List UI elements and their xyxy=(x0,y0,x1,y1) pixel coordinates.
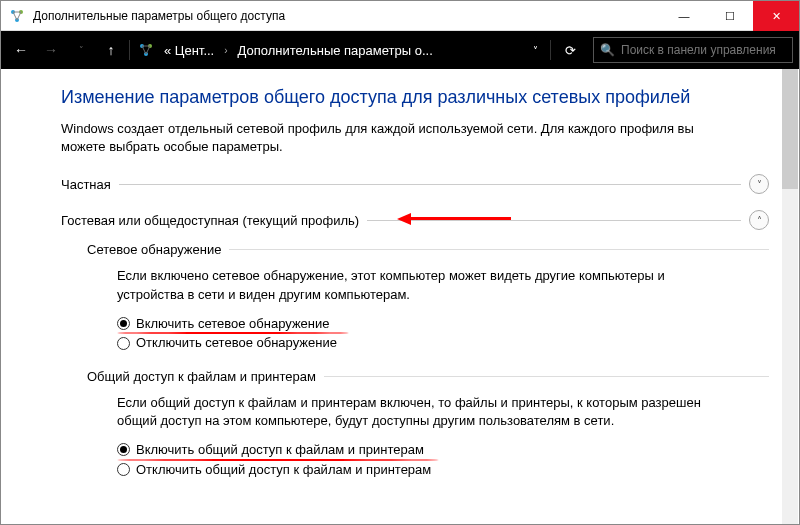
search-input[interactable] xyxy=(621,43,786,57)
radio-discovery-on-label: Включить сетевое обнаружение xyxy=(136,314,330,334)
radio-discovery-off-label: Отключить сетевое обнаружение xyxy=(136,333,337,353)
radio-discovery-on[interactable]: Включить сетевое обнаружение xyxy=(117,314,769,334)
back-button[interactable]: ← xyxy=(7,36,35,64)
radio-sharing-on[interactable]: Включить общий доступ к файлам и принтер… xyxy=(117,440,769,460)
page-description: Windows создает отдельный сетевой профил… xyxy=(61,120,769,156)
page-title: Изменение параметров общего доступа для … xyxy=(61,87,769,108)
svg-line-10 xyxy=(142,46,146,54)
network-icon xyxy=(138,42,154,58)
svg-line-11 xyxy=(146,46,150,54)
radio-icon xyxy=(117,317,130,330)
chevron-right-icon[interactable]: › xyxy=(220,45,231,56)
scrollbar[interactable] xyxy=(782,69,798,524)
section-private[interactable]: Частная ˅ xyxy=(61,174,769,194)
titlebar: Дополнительные параметры общего доступа … xyxy=(1,1,799,31)
network-discovery-desc: Если включено сетевое обнаружение, этот … xyxy=(87,267,769,303)
section-private-label: Частная xyxy=(61,177,111,192)
breadcrumb-1[interactable]: « Цент... xyxy=(160,43,218,58)
radio-sharing-off-label: Отключить общий доступ к файлам и принте… xyxy=(136,460,431,480)
divider xyxy=(367,220,741,221)
window-title: Дополнительные параметры общего доступа xyxy=(33,9,661,23)
radio-discovery-off[interactable]: Отключить сетевое обнаружение xyxy=(117,333,769,353)
subsection-network-discovery: Сетевое обнаружение xyxy=(87,242,769,257)
file-sharing-desc: Если общий доступ к файлам и принтерам в… xyxy=(87,394,769,430)
network-discovery-title: Сетевое обнаружение xyxy=(87,242,221,257)
search-icon: 🔍 xyxy=(600,43,615,57)
section-guest[interactable]: Гостевая или общедоступная (текущий проф… xyxy=(61,210,769,230)
close-button[interactable]: ✕ xyxy=(753,1,799,31)
file-sharing-radios: Включить общий доступ к файлам и принтер… xyxy=(87,440,769,479)
radio-sharing-off[interactable]: Отключить общий доступ к файлам и принте… xyxy=(117,460,769,480)
divider xyxy=(229,249,769,250)
svg-line-4 xyxy=(13,12,17,20)
scrollbar-thumb[interactable] xyxy=(782,69,798,189)
network-icon xyxy=(9,8,25,24)
address-dropdown-icon[interactable]: ˅ xyxy=(525,45,546,56)
section-guest-content: Сетевое обнаружение Если включено сетево… xyxy=(61,242,769,479)
window-controls: — ☐ ✕ xyxy=(661,1,799,30)
maximize-button[interactable]: ☐ xyxy=(707,1,753,31)
separator xyxy=(550,40,551,60)
annotation-arrow xyxy=(397,213,511,225)
network-discovery-radios: Включить сетевое обнаружение Отключить с… xyxy=(87,314,769,353)
divider xyxy=(324,376,769,377)
radio-sharing-on-label: Включить общий доступ к файлам и принтер… xyxy=(136,440,424,460)
svg-line-5 xyxy=(17,12,21,20)
content-area: Изменение параметров общего доступа для … xyxy=(1,69,799,524)
search-box[interactable]: 🔍 xyxy=(593,37,793,63)
section-guest-label: Гостевая или общедоступная (текущий проф… xyxy=(61,213,359,228)
forward-button[interactable]: → xyxy=(37,36,65,64)
minimize-button[interactable]: — xyxy=(661,1,707,31)
recent-dropdown-icon[interactable]: ˅ xyxy=(67,36,95,64)
refresh-button[interactable]: ⟳ xyxy=(555,43,585,58)
subsection-file-sharing: Общий доступ к файлам и принтерам xyxy=(87,369,769,384)
radio-icon xyxy=(117,463,130,476)
radio-icon xyxy=(117,337,130,350)
radio-icon xyxy=(117,443,130,456)
navbar: ← → ˅ ↑ « Цент... › Дополнительные парам… xyxy=(1,31,799,69)
breadcrumb-2[interactable]: Дополнительные параметры о... xyxy=(234,43,437,58)
file-sharing-title: Общий доступ к файлам и принтерам xyxy=(87,369,316,384)
separator xyxy=(129,40,130,60)
up-button[interactable]: ↑ xyxy=(97,36,125,64)
divider xyxy=(119,184,741,185)
chevron-down-icon[interactable]: ˅ xyxy=(749,174,769,194)
chevron-up-icon[interactable]: ˄ xyxy=(749,210,769,230)
